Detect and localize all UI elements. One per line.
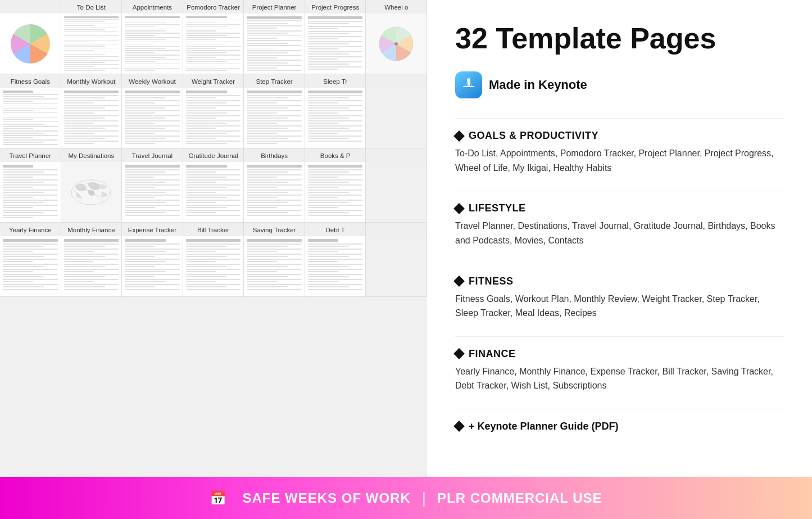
label-my-destinations: My Destinations	[61, 148, 123, 162]
label-weekly-workout: Weekly Workout	[122, 74, 183, 88]
row4-labels: Yearly Finance Monthly Finance Expense T…	[0, 223, 427, 236]
row3-labels: Travel Planner My Destinations Travel Jo…	[0, 148, 427, 162]
divider-4	[455, 336, 784, 337]
banner-left-text: SAFE WEEKS OF WORK	[242, 490, 410, 506]
diamond-icon-fitness	[453, 276, 465, 287]
bonus-item: + Keynote Planner Guide (PDF)	[455, 421, 784, 432]
thumb-wheel-life	[366, 13, 427, 74]
thumb-todo	[61, 13, 123, 74]
thumb-gratitude-journal	[183, 162, 244, 223]
wheel-of-life-circle	[11, 24, 50, 64]
thumb-circle-main	[0, 13, 61, 74]
section-finance-desc: Yearly Finance, Monthly Finance, Expense…	[455, 364, 784, 393]
divider-2	[455, 191, 784, 191]
label-placeholder-r4	[366, 223, 427, 236]
diamond-icon-lifestyle	[453, 203, 465, 214]
thumb-placeholder-r3	[366, 162, 427, 223]
label-wheel-life: Wheel o	[366, 0, 427, 13]
section-goals: GOALS & PRODUCTIVITY To-Do List, Appoint…	[455, 130, 784, 175]
section-finance-title: FINANCE	[469, 348, 516, 360]
thumb-placeholder-r4	[366, 236, 427, 297]
thumb-monthly-finance	[61, 236, 123, 297]
section-goals-desc: To-Do List, Appointments, Pomodoro Track…	[455, 146, 784, 175]
section-goals-header: GOALS & PRODUCTIVITY	[455, 130, 784, 142]
divider-1	[455, 118, 784, 119]
diamond-icon-bonus	[453, 421, 465, 432]
left-panel: To Do List Appointments Pomodoro Tracker…	[0, 0, 427, 477]
label-todo: To Do List	[61, 0, 123, 13]
thumb-travel-planner	[0, 162, 61, 223]
section-fitness-desc: Fitness Goals, Workout Plan, Monthly Rev…	[455, 292, 784, 321]
label-debt-tracker: Debt T	[305, 223, 366, 236]
thumb-expense-tracker	[122, 236, 183, 297]
section-fitness-title: FITNESS	[469, 276, 514, 287]
label-placeholder-r3	[366, 148, 427, 162]
template-grid: To Do List Appointments Pomodoro Tracker…	[0, 0, 427, 297]
section-lifestyle: LIFESTYLE Travel Planner, Destinations, …	[455, 202, 784, 247]
row2-thumbs	[0, 88, 427, 148]
main-content: To Do List Appointments Pomodoro Tracker…	[0, 0, 812, 477]
section-fitness-header: FITNESS	[455, 276, 784, 287]
thumb-placeholder-r2	[366, 88, 427, 148]
keynote-badge: Made in Keynote	[455, 71, 784, 98]
section-finance: FINANCE Yearly Finance, Monthly Finance,…	[455, 348, 784, 393]
label-step-tracker: Step Tracker	[244, 74, 305, 88]
label-bill-tracker: Bill Tracker	[183, 223, 244, 236]
diamond-icon-goals	[453, 130, 465, 142]
label-birthdays: Birthdays	[244, 148, 305, 162]
label-travel-planner: Travel Planner	[0, 148, 61, 162]
thumb-step-tracker	[244, 88, 305, 148]
thumb-pomodoro	[183, 13, 244, 74]
section-goals-title: GOALS & PRODUCTIVITY	[469, 130, 598, 142]
thumb-fitness-goals	[0, 88, 61, 148]
label-pomodoro: Pomodoro Tracker	[183, 0, 244, 13]
thumb-bill-tracker	[183, 236, 244, 297]
right-panel: 32 Template Pages Made in Keynote GOALS …	[427, 0, 812, 477]
label-yearly-finance: Yearly Finance	[0, 223, 61, 236]
section-lifestyle-desc: Travel Planner, Destinations, Travel Jou…	[455, 219, 784, 247]
section-finance-header: FINANCE	[455, 348, 784, 360]
thumb-saving-tracker	[244, 236, 305, 297]
section-fitness: FITNESS Fitness Goals, Workout Plan, Mon…	[455, 276, 784, 321]
thumb-monthly-workout	[61, 88, 123, 148]
label-monthly-workout: Monthly Workout	[61, 74, 123, 88]
diamond-icon-finance	[453, 348, 465, 359]
bonus-title: + Keynote Planner Guide (PDF)	[469, 421, 619, 432]
label-weight-tracker: Weight Tracker	[183, 74, 244, 88]
thumb-project-planner	[244, 13, 305, 74]
svg-rect-3	[463, 86, 474, 87]
thumb-my-destinations	[61, 162, 123, 223]
label-travel-journal: Travel Journal	[122, 148, 183, 162]
label-wheel	[0, 0, 61, 13]
thumb-debt-tracker	[305, 236, 366, 297]
row4-thumbs	[0, 236, 427, 297]
section-lifestyle-header: LIFESTYLE	[455, 202, 784, 214]
label-placeholder-r2	[366, 74, 427, 88]
thumb-sleep-tracker	[305, 88, 366, 148]
thumb-birthdays	[244, 162, 305, 223]
thumb-books-podcasts	[305, 162, 366, 223]
section-lifestyle-title: LIFESTYLE	[469, 202, 526, 214]
row1-thumbs	[0, 13, 427, 74]
banner-divider: |	[422, 489, 426, 507]
label-monthly-finance: Monthly Finance	[61, 223, 123, 236]
label-sleep-tracker: Sleep Tr	[305, 74, 366, 88]
label-saving-tracker: Saving Tracker	[244, 223, 305, 236]
thumb-appointments	[122, 13, 183, 74]
thumb-weight-tracker	[183, 88, 244, 148]
bottom-banner: 📅 SAFE WEEKS OF WORK | PLR COMMERCIAL US…	[0, 477, 812, 519]
label-fitness-goals: Fitness Goals	[0, 74, 61, 88]
label-appointments: Appointments	[122, 0, 183, 13]
row3-thumbs	[0, 162, 427, 223]
label-expense-tracker: Expense Tracker	[122, 223, 183, 236]
calendar-icon: 📅	[210, 490, 226, 506]
row2-labels: Fitness Goals Monthly Workout Weekly Wor…	[0, 74, 427, 88]
thumb-project-progress	[305, 13, 366, 74]
page-title: 32 Template Pages	[455, 22, 784, 55]
label-gratitude-journal: Gratitude Journal	[183, 148, 244, 162]
thumb-weekly-workout	[122, 88, 183, 148]
label-project-progress: Project Progress	[305, 0, 366, 13]
banner-right-text: PLR COMMERCIAL USE	[437, 490, 602, 506]
divider-3	[455, 264, 784, 264]
svg-point-1	[394, 42, 398, 46]
